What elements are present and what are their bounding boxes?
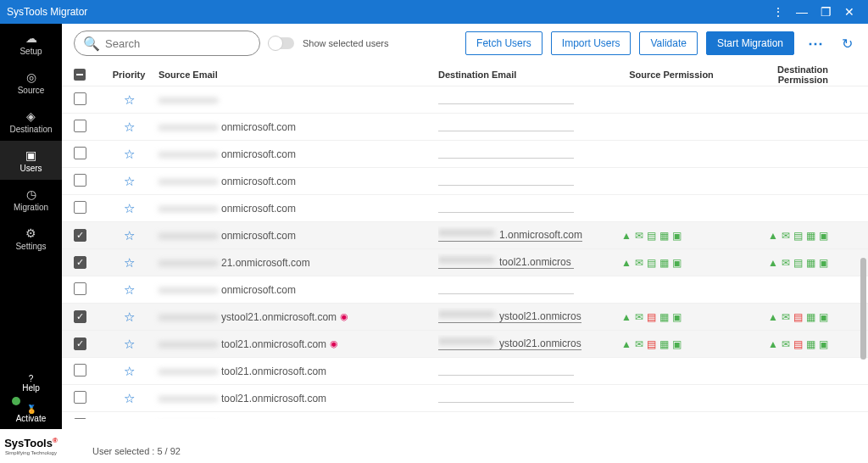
table-row[interactable]: ☆xxxxxxxxxxxxonmicrosoft.com — [62, 141, 868, 168]
priority-star-icon[interactable]: ☆ — [124, 337, 135, 351]
dest-email-input[interactable]: xxxxxxxxxxx1.onmicrosoft.com — [438, 226, 582, 242]
col-source-email[interactable]: Source Email — [159, 70, 438, 80]
priority-star-icon[interactable]: ☆ — [124, 92, 135, 107]
toggle-label: Show selected users — [303, 38, 389, 48]
source-icon: ◎ — [26, 70, 36, 84]
row-checkbox[interactable] — [74, 147, 86, 159]
more-actions-icon[interactable]: ⋯ — [803, 34, 830, 53]
row-checkbox[interactable] — [74, 282, 86, 295]
sidebar-item-source[interactable]: ◎Source — [0, 63, 62, 102]
perm-icon: ▲ — [768, 338, 778, 350]
dest-email-input[interactable] — [438, 147, 574, 159]
dest-email-input[interactable]: xxxxxxxxxxxystool21.onmicros — [438, 335, 581, 350]
source-email-blur: xxxxxxxxxxxx — [159, 230, 218, 242]
dest-email-input[interactable] — [438, 201, 574, 213]
table-row[interactable]: ☆xxxxxxxxxxxxonmicrosoft.com — [62, 276, 868, 304]
row-checkbox[interactable] — [74, 418, 86, 420]
priority-star-icon[interactable]: ☆ — [124, 282, 135, 297]
warning-icon: ◉ — [330, 338, 338, 349]
source-email-suffix: onmicrosoft.com — [221, 284, 296, 296]
perm-icon: ✉ — [782, 257, 790, 269]
table-row[interactable]: ☆xxxxxxxxxxxx — [62, 86, 868, 114]
priority-star-icon[interactable]: ☆ — [124, 228, 135, 243]
row-checkbox[interactable] — [74, 120, 86, 132]
search-box[interactable]: 🔍 — [74, 31, 260, 56]
row-checkbox[interactable] — [74, 229, 86, 242]
migration-icon: ◷ — [26, 187, 36, 201]
table-row[interactable]: ☆xxxxxxxxxxxxonmicrosoft.comxxxxxxxxxxx1… — [62, 222, 868, 249]
source-permission: ▲✉▤▦▣ — [616, 230, 726, 242]
scrollbar[interactable] — [860, 258, 866, 360]
sidebar-activate[interactable]: 🏅Activate — [0, 399, 62, 429]
start-migration-button[interactable]: Start Migration — [706, 31, 794, 55]
table-row[interactable]: ☆xxxxxxxxxxxxonmicrosoft.com — [62, 114, 868, 141]
dest-email-input[interactable]: xxxxxxxxxxxtool21.onmicros — [438, 254, 574, 269]
perm-icon: ▣ — [672, 311, 682, 323]
source-email-blur: xxxxxxxxxxxx — [159, 393, 218, 404]
priority-star-icon[interactable]: ☆ — [124, 255, 135, 270]
row-checkbox[interactable] — [74, 391, 86, 404]
dest-email-input[interactable] — [438, 282, 574, 294]
sidebar-help[interactable]: ?Help — [0, 368, 62, 399]
select-all-checkbox[interactable] — [74, 69, 86, 81]
dest-email-input[interactable] — [438, 174, 574, 186]
logo: SysTools®Simplifying Technology — [0, 429, 62, 463]
row-checkbox[interactable] — [74, 92, 86, 105]
row-checkbox[interactable] — [74, 364, 86, 377]
priority-star-icon[interactable]: ☆ — [124, 310, 135, 324]
col-dest-email[interactable]: Destination Email — [438, 70, 616, 80]
show-selected-toggle[interactable] — [269, 37, 294, 49]
sidebar-item-migration[interactable]: ◷Migration — [0, 180, 62, 219]
import-users-button[interactable]: Import Users — [551, 31, 632, 55]
sidebar-item-setup[interactable]: ☁Setup — [0, 24, 62, 63]
row-checkbox[interactable] — [74, 256, 86, 269]
refresh-icon[interactable]: ↻ — [838, 36, 856, 52]
dest-email-input[interactable] — [438, 391, 574, 403]
source-email-suffix: ystool21.onmicrosoft.com — [221, 311, 337, 323]
dest-email-input[interactable] — [438, 120, 574, 131]
close-icon[interactable]: ✕ — [837, 5, 861, 19]
sidebar: ☁Setup◎Source◈Destination▣Users◷Migratio… — [0, 24, 62, 463]
maximize-icon[interactable]: ❐ — [814, 5, 837, 19]
minimize-icon[interactable]: — — [790, 5, 814, 19]
sidebar-item-destination[interactable]: ◈Destination — [0, 102, 62, 141]
sidebar-item-settings[interactable]: ⚙Settings — [0, 219, 62, 258]
table-row[interactable]: ☆xxxxxxxxxxxxtool21.onmicrosoft.com — [62, 358, 868, 385]
row-checkbox[interactable] — [74, 174, 86, 187]
priority-star-icon[interactable]: ☆ — [124, 201, 135, 215]
col-source-permission[interactable]: Source Permission — [616, 70, 726, 80]
window-title: SysTools Migrator — [7, 6, 766, 18]
source-email-suffix: tool21.onmicrosoft.com — [221, 338, 326, 350]
window-more-icon[interactable]: ⋮ — [766, 5, 790, 19]
priority-star-icon[interactable]: ☆ — [124, 174, 135, 188]
table-row[interactable]: ☆xxxxxxxxxxxxystool21.onmicrosoft.com ◉x… — [62, 304, 868, 331]
help-icon: ? — [29, 374, 34, 383]
priority-star-icon[interactable]: ☆ — [124, 120, 135, 134]
sidebar-item-users[interactable]: ▣Users — [0, 141, 62, 180]
search-input[interactable] — [105, 37, 251, 50]
dest-email-input[interactable]: xxxxxxxxxxxystool21.onmicros — [438, 308, 581, 323]
table-row[interactable]: ☆xxxxxxxxxxxxtool21.onmicrosoft.com ◉xxx… — [62, 331, 868, 358]
table-row[interactable]: ☆xxxxxxxxxxxx21.onmicrosoft.comxxxxxxxxx… — [62, 249, 868, 276]
perm-icon: ▣ — [819, 257, 828, 269]
dest-email-input[interactable] — [438, 92, 574, 104]
col-dest-permission[interactable]: Destination Permission — [726, 64, 845, 85]
priority-star-icon[interactable]: ☆ — [124, 364, 135, 378]
row-checkbox[interactable] — [74, 201, 86, 214]
perm-icon: ▣ — [819, 311, 828, 323]
validate-button[interactable]: Validate — [639, 31, 697, 55]
table-row[interactable]: ☆xxxxxxxxxxxxtool21.onmicrosoft.com — [62, 412, 868, 419]
table-row[interactable]: ☆xxxxxxxxxxxxtool21.onmicrosoft.com — [62, 385, 868, 412]
table-row[interactable]: ☆xxxxxxxxxxxxonmicrosoft.com — [62, 168, 868, 195]
priority-star-icon[interactable]: ☆ — [124, 147, 135, 161]
perm-icon: ▦ — [806, 257, 815, 269]
fetch-users-button[interactable]: Fetch Users — [465, 31, 542, 55]
priority-star-icon[interactable]: ☆ — [124, 418, 135, 420]
dest-email-input[interactable] — [438, 418, 574, 419]
row-checkbox[interactable] — [74, 337, 86, 350]
col-priority[interactable]: Priority — [99, 70, 159, 80]
row-checkbox[interactable] — [74, 310, 86, 323]
table-row[interactable]: ☆xxxxxxxxxxxxonmicrosoft.com — [62, 195, 868, 222]
dest-email-input[interactable] — [438, 364, 574, 376]
priority-star-icon[interactable]: ☆ — [124, 391, 135, 405]
